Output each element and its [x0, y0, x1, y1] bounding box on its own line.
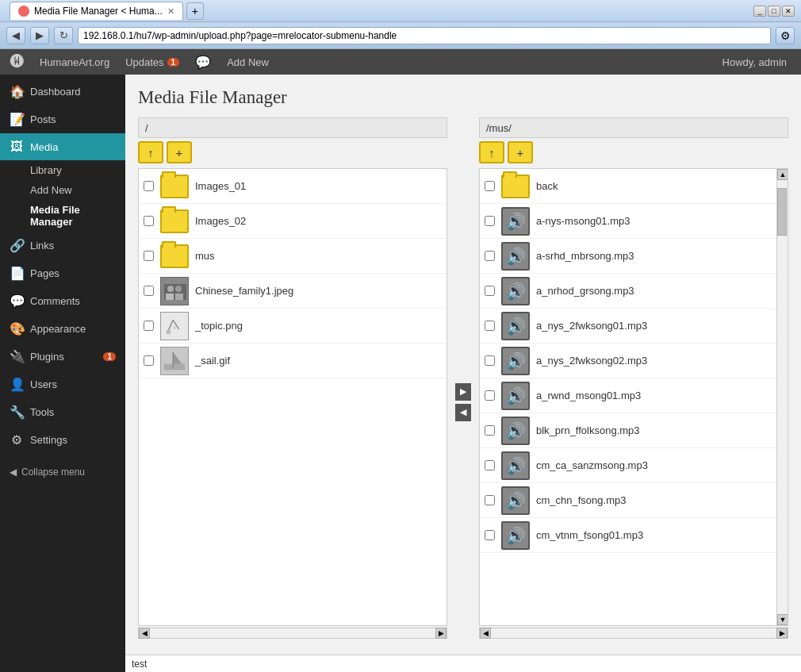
- list-item[interactable]: 🔊 blk_prn_ffolksong.mp3: [480, 413, 776, 448]
- scroll-left-button[interactable]: ◀: [480, 628, 491, 639]
- file-checkbox[interactable]: [485, 321, 495, 331]
- maximize-button[interactable]: □: [768, 6, 780, 17]
- list-item[interactable]: 🔊 cm_vtnm_fsong01.mp3: [480, 518, 776, 553]
- adminbar-updates[interactable]: Updates 1: [117, 49, 187, 75]
- list-item[interactable]: 🔊 cm_ca_sanzmsong.mp3: [480, 448, 776, 483]
- list-item[interactable]: 🔊 a-srhd_mbrsong.mp3: [480, 239, 776, 274]
- wp-logo[interactable]: 🅦: [6, 51, 29, 73]
- file-checkbox[interactable]: [485, 355, 495, 366]
- right-panel-scroll[interactable]: back 🔊 a-nys-msong01.mp3 🔊 a-srhd_mbrson…: [480, 169, 788, 625]
- list-item[interactable]: Images_02: [139, 204, 446, 239]
- sidebar-sub-library[interactable]: Library: [0, 160, 125, 180]
- file-name: cm_ca_sanzmsong.mp3: [536, 459, 648, 471]
- adminbar-add-new[interactable]: Add New: [219, 49, 277, 75]
- reload-button[interactable]: ↻: [54, 27, 73, 44]
- right-panel-up-button[interactable]: ↑: [479, 141, 504, 163]
- file-checkbox[interactable]: [144, 251, 154, 261]
- sidebar-item-comments[interactable]: 💬 Comments: [0, 287, 125, 315]
- sidebar-item-plugins[interactable]: 🔌 Plugins 1: [0, 343, 125, 371]
- links-icon: 🔗: [10, 238, 24, 253]
- list-item[interactable]: Chinese_family1.jpeg: [139, 274, 446, 309]
- adminbar-site[interactable]: HumaneArt.org: [32, 49, 117, 75]
- sidebar-item-settings[interactable]: ⚙ Settings: [0, 426, 125, 454]
- sidebar-item-links[interactable]: 🔗 Links: [0, 232, 125, 259]
- file-name: a_rwnd_msong01.mp3: [536, 390, 641, 401]
- audio-icon: 🔊: [501, 312, 530, 340]
- copy-right-button[interactable]: ▶: [455, 383, 471, 401]
- back-button[interactable]: ◀: [6, 27, 25, 44]
- file-checkbox[interactable]: [485, 181, 495, 191]
- new-tab-button[interactable]: +: [186, 2, 204, 20]
- list-item[interactable]: 🔊 a_nrhod_grsong.mp3: [480, 274, 776, 309]
- file-checkbox[interactable]: [485, 216, 495, 226]
- file-checkbox[interactable]: [144, 321, 154, 331]
- sidebar-item-tools[interactable]: 🔧 Tools: [0, 398, 125, 426]
- adminbar-comment-icon[interactable]: 💬: [187, 49, 219, 75]
- right-panel-scrollbar[interactable]: ▲ ▼: [776, 169, 788, 625]
- scroll-right-button[interactable]: ▶: [435, 628, 446, 639]
- left-panel-content[interactable]: Images_01 Images_02 mus: [138, 168, 447, 626]
- file-checkbox[interactable]: [485, 251, 495, 261]
- tab-close-button[interactable]: ✕: [167, 6, 174, 17]
- sidebar-item-users[interactable]: 👤 Users: [0, 371, 125, 398]
- close-button[interactable]: ✕: [782, 6, 795, 17]
- address-bar[interactable]: [78, 27, 771, 44]
- forward-button[interactable]: ▶: [30, 27, 49, 44]
- left-panel-path[interactable]: [138, 117, 447, 138]
- adminbar-howdy-text: Howdy, admin: [722, 56, 787, 68]
- file-checkbox[interactable]: [485, 286, 495, 296]
- sidebar-item-posts[interactable]: 📝 Posts: [0, 106, 125, 133]
- left-panel-new-folder-button[interactable]: +: [167, 141, 192, 163]
- collapse-menu-button[interactable]: ◀ Collapse menu: [0, 460, 125, 484]
- sidebar-item-pages[interactable]: 📄 Pages: [0, 259, 125, 287]
- right-panel-new-folder-button[interactable]: +: [508, 141, 533, 163]
- list-item[interactable]: back: [480, 169, 776, 204]
- file-checkbox[interactable]: [485, 425, 495, 436]
- file-name: _sail.gif: [195, 355, 230, 367]
- list-item[interactable]: _topic.png: [139, 309, 446, 344]
- sidebar-item-appearance[interactable]: 🎨 Appearance: [0, 315, 125, 343]
- file-checkbox[interactable]: [144, 216, 154, 226]
- right-panel-path[interactable]: [479, 117, 788, 138]
- copy-left-button[interactable]: ◀: [455, 404, 471, 421]
- audio-icon: 🔊: [501, 277, 530, 305]
- list-item[interactable]: 🔊 a_nys_2fwksong01.mp3: [480, 309, 776, 344]
- list-item[interactable]: 🔊 a-nys-msong01.mp3: [480, 204, 776, 239]
- tab-favicon: [18, 6, 29, 17]
- left-panel-up-button[interactable]: ↑: [138, 141, 163, 163]
- list-item[interactable]: 🔊 a_rwnd_msong01.mp3: [480, 378, 776, 413]
- adminbar-howdy[interactable]: Howdy, admin: [715, 56, 795, 68]
- browser-tab[interactable]: Media File Manager < Huma... ✕: [10, 2, 183, 20]
- file-checkbox[interactable]: [144, 355, 154, 366]
- left-panel-horizontal-scrollbar[interactable]: ◀ ▶: [138, 628, 447, 639]
- scroll-down-button[interactable]: ▼: [777, 614, 788, 625]
- file-name: a-nys-msong01.mp3: [536, 215, 630, 227]
- appearance-icon: 🎨: [10, 321, 24, 336]
- updates-badge: 1: [167, 58, 180, 67]
- file-checkbox[interactable]: [144, 286, 154, 296]
- sidebar-item-media[interactable]: 🖼 Media: [0, 133, 125, 160]
- scroll-up-button[interactable]: ▲: [777, 169, 788, 180]
- file-checkbox[interactable]: [144, 181, 154, 191]
- browser-settings-button[interactable]: ⚙: [776, 27, 795, 44]
- list-item[interactable]: 🔊 cm_chn_fsong.mp3: [480, 483, 776, 518]
- file-checkbox[interactable]: [485, 495, 495, 505]
- right-panel-horizontal-scrollbar[interactable]: ◀ ▶: [479, 628, 788, 639]
- minimize-button[interactable]: _: [753, 6, 766, 17]
- file-checkbox[interactable]: [485, 390, 495, 401]
- scroll-thumb-area[interactable]: [777, 180, 788, 614]
- list-item[interactable]: 🔊 a_nys_2fwksong02.mp3: [480, 344, 776, 378]
- file-checkbox[interactable]: [485, 530, 495, 540]
- list-item[interactable]: _sail.gif: [139, 344, 446, 378]
- sidebar-sub-add-new[interactable]: Add New: [0, 180, 125, 200]
- scroll-thumb[interactable]: [777, 188, 787, 236]
- list-item[interactable]: Images_01: [139, 169, 446, 204]
- list-item[interactable]: mus: [139, 239, 446, 274]
- sidebar-sub-media-file-manager[interactable]: Media File Manager: [0, 200, 125, 232]
- file-checkbox[interactable]: [485, 460, 495, 470]
- svg-rect-12: [164, 363, 185, 370]
- scroll-left-button[interactable]: ◀: [139, 628, 150, 639]
- sidebar-item-dashboard[interactable]: 🏠 Dashboard: [0, 78, 125, 106]
- right-panel-content[interactable]: back 🔊 a-nys-msong01.mp3 🔊 a-srhd_mbrson…: [479, 168, 788, 626]
- scroll-right-button[interactable]: ▶: [776, 628, 788, 639]
